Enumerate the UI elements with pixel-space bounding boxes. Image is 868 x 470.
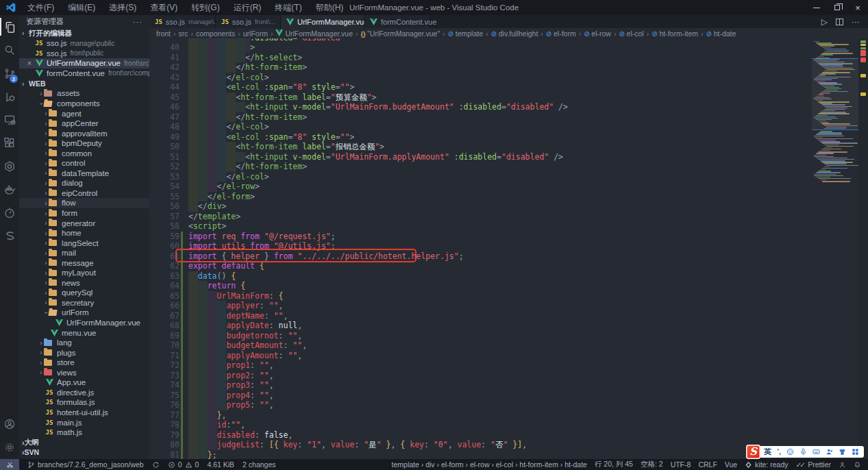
code-line[interactable]: 67 deptName: "", <box>149 311 868 321</box>
activity-extensions[interactable] <box>0 132 19 155</box>
code-line[interactable]: 47 </ht-form-item> <box>149 112 868 123</box>
minimap-slider[interactable] <box>812 58 858 130</box>
tree-item-secretary[interactable]: ›secretary <box>19 298 149 308</box>
line-number[interactable]: 80 <box>156 440 179 450</box>
code-line[interactable]: 53 </el-col> <box>149 172 868 182</box>
tree-item-store[interactable]: ›store <box>19 358 149 368</box>
tree-item-agent[interactable]: ›agent <box>19 108 149 119</box>
tree-item-main-js[interactable]: JSmain.js <box>19 417 149 428</box>
tree-item-directive-js[interactable]: JSdirective.js <box>19 388 149 398</box>
tree-item-assets[interactable]: ›assets <box>19 88 149 99</box>
breadcrumb-item[interactable]: front <box>156 29 171 38</box>
open-editor-item[interactable]: JSsso.jsfront\public <box>19 49 149 59</box>
code-line[interactable]: 71 applyAmount: "", <box>149 351 868 361</box>
code-line[interactable]: 40 > <box>149 42 868 53</box>
line-number[interactable]: 73 <box>156 371 179 381</box>
tab-UrlFormManager-vue[interactable]: UrlFormManager.vue× <box>281 15 364 28</box>
line-number[interactable]: 74 <box>156 380 179 391</box>
activity-run-debug[interactable] <box>0 85 19 108</box>
minimap[interactable] <box>812 38 858 459</box>
tree-item-dataTemplate[interactable]: ›dataTemplate <box>19 169 149 179</box>
overview-ruler[interactable] <box>858 38 868 459</box>
kite-status[interactable]: kite: ready <box>745 460 788 469</box>
activity-remote-explorer[interactable] <box>0 108 19 132</box>
code-line[interactable]: 74 prop3: "", <box>149 380 868 391</box>
line-number[interactable]: 41 <box>156 53 179 63</box>
indentation-status[interactable]: 空格: 2 <box>641 460 663 469</box>
section-web[interactable]: › WEB <box>19 78 149 88</box>
menu-item-0[interactable]: 文件(F) <box>21 1 60 15</box>
tree-item-flow[interactable]: ›flow <box>19 198 149 208</box>
code-line[interactable]: 59import req from "@/request.js"; <box>149 232 868 242</box>
tree-item-mail[interactable]: ›mail <box>19 248 149 258</box>
code-line[interactable]: 64 return { <box>149 281 868 291</box>
line-number[interactable]: 58 <box>156 221 179 232</box>
tree-item-home[interactable]: ›home <box>19 228 149 238</box>
code-line[interactable]: 49 <el-col :span="8" style=""> <box>149 132 868 143</box>
tree-item-urlForm[interactable]: ›urlForm <box>19 308 149 318</box>
prettier-status[interactable]: ✓✓ Prettier <box>796 460 831 469</box>
breadcrumb-item[interactable]: ⊘ ht-date <box>706 29 736 38</box>
line-number[interactable]: 71 <box>156 351 179 361</box>
open-editor-item[interactable]: ×UrlFormManager.vuefront\src\comp... <box>19 58 149 69</box>
menu-item-3[interactable]: 查看(V) <box>144 1 184 15</box>
tree-item-approvalItem[interactable]: ›approvalItem <box>19 128 149 138</box>
open-editor-item[interactable]: JSsso.jsmanage\public <box>19 38 149 49</box>
breadcrumb-item[interactable]: ⊘ div.fullheight <box>491 29 538 38</box>
activity-timer-tool[interactable] <box>0 201 19 225</box>
eol-status[interactable]: CRLF <box>698 460 717 469</box>
line-number[interactable]: 49 <box>156 132 179 143</box>
line-number[interactable]: 68 <box>156 321 179 331</box>
code-line[interactable]: 55 </el-form> <box>149 192 868 202</box>
code-line[interactable]: 52 </ht-form-item> <box>149 162 868 172</box>
minimize-button[interactable] <box>806 0 827 15</box>
code-line[interactable]: 48 </el-col> <box>149 122 868 132</box>
tab-formContent-vue[interactable]: formContent.vue <box>364 15 430 28</box>
breadcrumb-item[interactable]: urlForm <box>243 29 268 38</box>
breadcrumb-item[interactable]: {} "UrlFormManager.vue" <box>361 29 441 38</box>
tree-item-form[interactable]: ›form <box>19 208 149 219</box>
tree-item-news[interactable]: ›news <box>19 278 149 288</box>
toolbox-grid-icon[interactable] <box>852 448 859 456</box>
line-number[interactable]: 66 <box>156 301 179 311</box>
skin-person-icon[interactable] <box>826 448 833 456</box>
line-number[interactable]: 48 <box>156 122 179 132</box>
close-button[interactable]: × <box>847 0 868 15</box>
line-number[interactable]: 67 <box>156 311 179 321</box>
code-line[interactable]: 58<script> <box>149 221 868 232</box>
restore-button[interactable] <box>827 0 847 15</box>
menu-item-1[interactable]: 编辑(E) <box>62 1 101 15</box>
activity-accounts[interactable] <box>0 412 19 436</box>
activity-search[interactable] <box>0 38 19 62</box>
activity-snippets-tool[interactable] <box>0 225 19 248</box>
tree-item-appCenter[interactable]: ›appCenter <box>19 119 149 129</box>
line-number[interactable]: 54 <box>156 182 179 192</box>
line-number[interactable]: 75 <box>156 391 179 401</box>
activity-explorer[interactable] <box>0 15 19 38</box>
line-number[interactable]: 44 <box>156 82 179 92</box>
tree-item-control[interactable]: ›control <box>19 158 149 169</box>
breadcrumb-item[interactable]: ⊘ ht-form-item <box>652 29 698 38</box>
code-line[interactable]: 56 </div> <box>149 201 868 212</box>
close-icon[interactable]: × <box>25 59 34 67</box>
tree-item-generator[interactable]: ›generator <box>19 218 149 228</box>
ime-punctuation-toggle[interactable]: ’, <box>777 447 781 456</box>
breadcrumb-item[interactable]: src <box>179 29 188 38</box>
cursor-position[interactable]: 行 20, 列 45 <box>595 460 633 469</box>
tree-item-querySql[interactable]: ›querySql <box>19 288 149 298</box>
menu-item-6[interactable]: 终端(T) <box>269 1 308 15</box>
line-number[interactable]: 52 <box>156 162 179 172</box>
line-number[interactable]: 40 <box>156 42 179 53</box>
emoji-icon[interactable] <box>786 448 794 456</box>
tree-item-dialog[interactable]: ›dialog <box>19 178 149 188</box>
code-editor[interactable]: 39 :disabled="disabled"40 >41 </ht-selec… <box>149 38 868 459</box>
line-number[interactable]: 47 <box>156 112 179 123</box>
sogou-logo[interactable]: S <box>746 445 760 459</box>
code-line[interactable]: 54 </el-row> <box>149 182 868 192</box>
tab-sso-js[interactable]: JSsso.jsmanage\... <box>149 15 216 28</box>
line-number[interactable]: 65 <box>156 291 179 301</box>
run-button[interactable]: ▷ <box>821 17 828 27</box>
breadcrumb-item[interactable]: components <box>196 29 235 38</box>
line-number[interactable]: 63 <box>156 271 179 282</box>
code-line[interactable]: 69 budgetornot: "", <box>149 331 868 341</box>
